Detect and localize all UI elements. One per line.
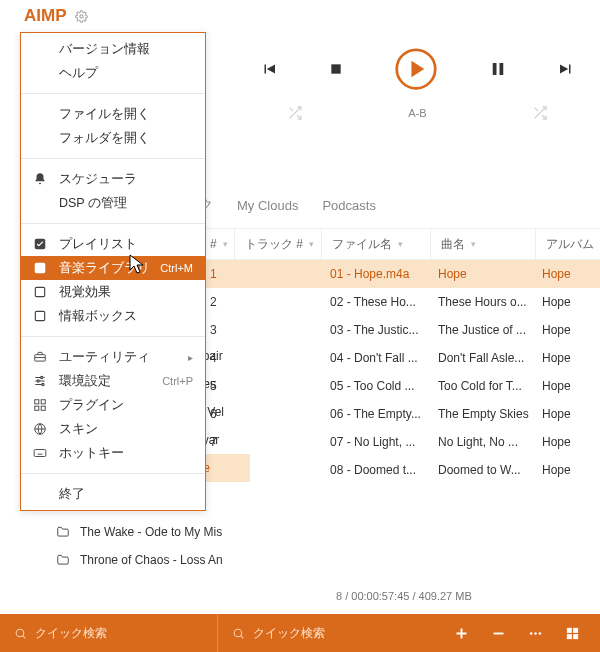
- menu-item-label: スケジューラ: [59, 171, 193, 188]
- check-icon: [31, 237, 49, 251]
- menu-item-label: プレイリスト: [59, 236, 193, 253]
- svg-rect-10: [567, 627, 572, 632]
- chevron-down-icon: ▾: [309, 239, 314, 249]
- library-tabs: ク My Clouds Podcasts: [200, 188, 376, 222]
- menu-item[interactable]: プラグイン: [21, 393, 205, 417]
- table-row[interactable]: 505 - Too Cold ...Too Cold for T...Hope: [200, 372, 600, 400]
- svg-point-9: [539, 632, 542, 635]
- menu-item-label: スキン: [59, 421, 193, 438]
- crossfade-icon[interactable]: [532, 105, 548, 121]
- ab-repeat-button[interactable]: A-B: [408, 107, 426, 119]
- table-row[interactable]: 202 - These Ho...These Hours o...Hope: [200, 288, 600, 316]
- menu-item[interactable]: 視覚効果: [21, 280, 205, 304]
- svg-point-8: [534, 632, 537, 635]
- svg-point-21: [42, 383, 44, 385]
- menu-shortcut: Ctrl+P: [162, 375, 193, 387]
- svg-point-20: [37, 380, 39, 382]
- column-headers: #▾ トラック #▾ ファイル名▾ 曲名▾ アルバム: [200, 228, 600, 260]
- chevron-right-icon: ▸: [188, 352, 193, 363]
- svg-rect-27: [34, 450, 46, 457]
- menu-item[interactable]: 環境設定Ctrl+P: [21, 369, 205, 393]
- status-text: 8 / 00:00:57:45 / 409.27 MB: [336, 590, 472, 602]
- menu-item-label: 視覚効果: [59, 284, 193, 301]
- svg-rect-13: [573, 634, 578, 639]
- gear-icon[interactable]: [75, 10, 88, 23]
- col-album[interactable]: アルバム: [536, 236, 600, 253]
- table-row[interactable]: 707 - No Light, ...No Light, No ...Hope: [200, 428, 600, 456]
- menu-item-label: 音楽ライブラリ: [59, 260, 150, 277]
- menu-shortcut: Ctrl+M: [160, 262, 193, 274]
- svg-rect-23: [41, 400, 45, 404]
- menu-item-label: フォルダを開く: [59, 130, 193, 147]
- menu-item[interactable]: 音楽ライブラリCtrl+M: [21, 256, 205, 280]
- menu-item-label: ヘルプ: [59, 65, 193, 82]
- svg-point-0: [79, 14, 82, 17]
- bell-icon: [31, 172, 49, 186]
- menu-item[interactable]: •ファイルを開く: [21, 102, 205, 126]
- menu-item[interactable]: •終了: [21, 482, 205, 506]
- plus-icon[interactable]: [454, 626, 469, 641]
- tab-my-clouds[interactable]: My Clouds: [237, 198, 298, 213]
- search-left[interactable]: クイック検索: [0, 625, 217, 642]
- menu-item[interactable]: •バージョン情報: [21, 37, 205, 61]
- context-menu[interactable]: •バージョン情報•ヘルプ•ファイルを開く•フォルダを開くスケジューラ•DSP の…: [20, 32, 206, 511]
- shuffle-icon[interactable]: [287, 105, 303, 121]
- table-row[interactable]: 404 - Don't Fall ...Don't Fall Asle...Ho…: [200, 344, 600, 372]
- table-row[interactable]: 606 - The Empty...The Empty SkiesHope: [200, 400, 600, 428]
- more-icon[interactable]: [528, 626, 543, 641]
- menu-item[interactable]: プレイリスト: [21, 232, 205, 256]
- svg-rect-24: [35, 406, 39, 410]
- folder-icon: [56, 553, 70, 567]
- menu-item-label: 情報ボックス: [59, 308, 193, 325]
- col-song[interactable]: 曲名▾: [431, 236, 535, 253]
- prev-button[interactable]: [260, 60, 278, 78]
- pause-button[interactable]: [489, 60, 507, 78]
- menu-item-label: バージョン情報: [59, 41, 193, 58]
- table-row[interactable]: 101 - Hope.m4aHopeHope: [200, 260, 600, 288]
- svg-rect-3: [492, 63, 496, 75]
- menu-item[interactable]: スケジューラ: [21, 167, 205, 191]
- search-right[interactable]: クイック検索: [218, 625, 435, 642]
- svg-rect-12: [567, 634, 572, 639]
- menu-item[interactable]: ホットキー: [21, 441, 205, 465]
- tab-podcasts[interactable]: Podcasts: [322, 198, 375, 213]
- table-row[interactable]: 303 - The Justic...The Justice of ...Hop…: [200, 316, 600, 344]
- svg-rect-16: [35, 287, 44, 296]
- track-list: 101 - Hope.m4aHopeHope202 - These Ho...T…: [200, 260, 600, 484]
- menu-item[interactable]: •ヘルプ: [21, 61, 205, 85]
- svg-rect-25: [41, 406, 45, 410]
- stop-button[interactable]: [328, 61, 344, 77]
- search-placeholder: クイック検索: [35, 625, 107, 642]
- col-track[interactable]: トラック #▾: [235, 236, 321, 253]
- menu-item[interactable]: •フォルダを開く: [21, 126, 205, 150]
- toolbox-icon: [31, 350, 49, 364]
- svg-rect-17: [35, 311, 44, 320]
- svg-rect-4: [499, 63, 503, 75]
- svg-point-19: [41, 376, 43, 378]
- menu-item[interactable]: •DSP の管理: [21, 191, 205, 215]
- skin-icon: [31, 422, 49, 436]
- title-bar: AIMP: [0, 0, 600, 32]
- menu-item[interactable]: スキン: [21, 417, 205, 441]
- menu-item-label: ユーティリティ: [59, 349, 178, 366]
- menu-item-label: 終了: [59, 486, 193, 503]
- player-controls: [235, 32, 600, 106]
- play-button[interactable]: [394, 47, 438, 91]
- menu-item[interactable]: ユーティリティ▸: [21, 345, 205, 369]
- grid-icon[interactable]: [565, 626, 580, 641]
- list-item[interactable]: The Wake - Ode to My Mis: [56, 518, 246, 546]
- svg-rect-11: [573, 627, 578, 632]
- minus-icon[interactable]: [491, 626, 506, 641]
- keyboard-icon: [31, 446, 49, 460]
- chevron-down-icon: ▾: [223, 239, 228, 249]
- menu-item[interactable]: 情報ボックス: [21, 304, 205, 328]
- sliders-icon: [31, 374, 49, 388]
- list-item[interactable]: Throne of Chaos - Loss An: [56, 546, 246, 574]
- col-file[interactable]: ファイル名▾: [322, 236, 430, 253]
- svg-point-5: [16, 629, 24, 637]
- svg-rect-22: [35, 400, 39, 404]
- table-row[interactable]: 808 - Doomed t...Doomed to W...Hope: [200, 456, 600, 484]
- folder-icon: [56, 525, 70, 539]
- menu-item-label: DSP の管理: [59, 195, 193, 212]
- next-button[interactable]: [557, 60, 575, 78]
